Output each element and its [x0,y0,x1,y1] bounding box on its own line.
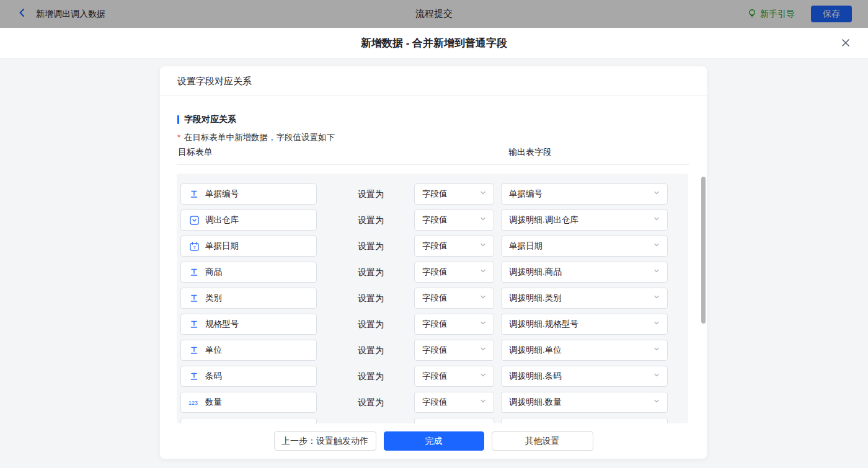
value-type-select[interactable]: 字段值 [414,366,494,387]
text-field-icon [188,371,200,381]
modal-titlebar: 新增数据 - 合并新增到普通字段 [0,28,868,59]
value-type-select[interactable]: 字段值 [414,183,494,205]
value-type-selected: 字段值 [422,371,448,382]
source-field-input[interactable]: 7 123 调出仓库 [180,210,317,231]
chevron-down-icon [652,293,661,304]
value-type-select[interactable]: 字段值 [414,210,494,231]
target-field-select[interactable] [501,418,668,423]
target-field-select[interactable]: 调拨明细.类别 [501,288,668,309]
svg-text:123: 123 [188,400,198,406]
source-field-input[interactable]: 7 123 类别 [180,288,317,309]
source-field-label: 数量 [205,397,222,408]
target-field-select[interactable]: 单据编号 [501,183,668,205]
target-field-select[interactable]: 调拨明细.单位 [501,340,668,361]
card-footer: 上一步：设置触发动作 完成 其他设置 [160,423,707,459]
target-field-select[interactable]: 调拨明细.商品 [501,262,668,283]
source-field-label: 条码 [205,371,222,382]
field-mapping-row: 7 123 条码 设置为 字段值 调拨明细.条码 [180,366,688,392]
set-as-label: 设置为 [358,288,396,309]
number-field-icon: 123 [188,397,200,407]
chevron-down-icon [652,214,661,226]
text-field-icon [188,267,200,277]
target-field-selected: 单据编号 [509,188,542,200]
field-mapping-row: 7 123 类别 设置为 字段值 调拨明细.类别 [180,288,688,314]
value-type-selected: 字段值 [422,319,448,330]
chevron-down-icon [479,293,487,304]
value-type-selected: 字段值 [422,214,448,226]
chevron-down-icon [652,241,661,252]
column-header-output-fields: 输出表字段 [508,147,552,158]
field-mapping-row: 7 123 单据日期 设置为 字段值 单据日期 [180,236,688,262]
modal-title: 新增数据 - 合并新增到普通字段 [361,36,507,50]
target-field-selected: 调拨明细.类别 [509,293,562,304]
source-field-label: 类别 [205,293,222,304]
section-hint: *在目标表单中新增数据，字段值设置如下 [177,132,335,143]
source-field-input[interactable]: 7 123 商品 [180,262,317,283]
previous-step-button[interactable]: 上一步：设置触发动作 [274,431,376,451]
chevron-down-icon [479,397,487,408]
modal-body: 设置字段对应关系 字段对应关系 *在目标表单中新增数据，字段值设置如下 目标表单… [0,59,868,468]
field-mapping-row: 7 123 规格型号 设置为 字段值 调拨明细.规格型号 [180,314,688,340]
source-field-label: 单据日期 [205,241,239,252]
value-type-select[interactable]: 字段值 [414,314,494,335]
value-type-select[interactable]: 字段值 [414,340,494,361]
value-type-select[interactable]: 字段值 [414,288,494,309]
source-field-label: 规格型号 [205,319,239,330]
source-field-input[interactable]: 7 123 单据日期 [180,236,317,257]
chevron-down-icon [479,214,487,226]
source-field-input[interactable]: 7 123 单据编号 [180,183,317,205]
field-mapping-row: 7 123 调出仓库 设置为 字段值 调拨明细.调出仓库 [180,210,688,236]
divider [177,164,689,165]
value-type-select[interactable] [414,418,494,423]
target-field-select[interactable]: 调拨明细.数量 [501,392,668,413]
svg-text:7: 7 [193,245,195,250]
modal-dim-overlay [0,0,868,28]
source-field-input[interactable]: 7 123 数量 [180,392,317,413]
target-field-select[interactable]: 单据日期 [501,236,668,257]
text-field-icon [188,189,200,199]
scrollbar-thumb[interactable] [701,177,706,324]
field-mapping-row-partial [180,418,688,423]
chevron-down-icon [652,345,661,356]
value-type-selected: 字段值 [422,397,448,408]
value-type-select[interactable]: 字段值 [414,262,494,283]
source-field-label: 调出仓库 [205,214,239,226]
done-button[interactable]: 完成 [384,431,484,451]
value-type-selected: 字段值 [422,293,448,304]
new-data-modal: 新增数据 - 合并新增到普通字段 设置字段对应关系 字段对应关系 *在目标表单中… [0,28,868,468]
value-type-selected: 字段值 [422,188,448,200]
set-as-label: 设置为 [358,314,396,335]
source-field-input[interactable]: 7 123 单位 [180,340,317,361]
source-field-label: 单位 [205,345,222,356]
card-title: 设置字段对应关系 [160,66,707,96]
field-mapping-row: 7 123 商品 设置为 字段值 调拨明细.商品 [180,262,688,288]
target-field-select[interactable]: 调拨明细.条码 [501,366,668,387]
source-field-input[interactable]: 7 123 规格型号 [180,314,317,335]
other-settings-button[interactable]: 其他设置 [492,431,593,451]
target-field-select[interactable]: 调拨明细.规格型号 [501,314,668,335]
select-field-icon [188,215,200,225]
value-type-selected: 字段值 [422,267,448,278]
set-as-label: 设置为 [358,340,396,361]
value-type-select[interactable]: 字段值 [414,392,494,413]
source-field-input[interactable] [180,418,317,423]
section-accent-bar [177,115,179,124]
close-button[interactable] [838,36,853,51]
chevron-down-icon [652,371,661,382]
value-type-selected: 字段值 [422,345,448,356]
chevron-down-icon [652,319,661,330]
value-type-select[interactable]: 字段值 [414,236,494,257]
value-type-selected: 字段值 [422,241,448,252]
chevron-down-icon [479,241,487,252]
source-field-label: 商品 [205,267,222,278]
set-as-label: 设置为 [358,366,396,387]
set-as-label: 设置为 [358,262,396,283]
target-field-selected: 单据日期 [509,241,542,252]
chevron-down-icon [479,345,487,356]
chevron-down-icon [479,319,487,330]
field-mapping-row: 7 123 数量 设置为 字段值 调拨明细.数量 [180,392,688,418]
target-field-select[interactable]: 调拨明细.调出仓库 [501,210,668,231]
chevron-down-icon [652,397,661,408]
text-field-icon [188,345,200,355]
source-field-input[interactable]: 7 123 条码 [180,366,317,387]
